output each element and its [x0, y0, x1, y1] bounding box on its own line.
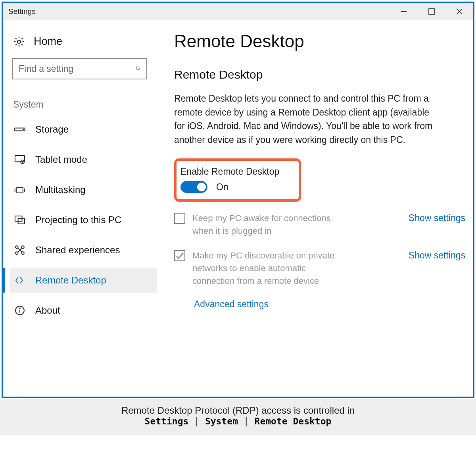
toggle-knob: [197, 183, 206, 191]
close-button[interactable]: [445, 3, 473, 20]
svg-rect-1: [429, 9, 434, 14]
gear-icon: [13, 37, 25, 46]
maximize-button[interactable]: [418, 3, 445, 20]
titlebar: Settings: [3, 3, 473, 20]
search-icon: [136, 64, 141, 73]
svg-rect-9: [15, 156, 25, 162]
sidebar-item-shared-experiences[interactable]: Shared experiences: [10, 238, 157, 262]
sidebar-section-label: System: [10, 99, 157, 117]
caption-bar: Remote Desktop Protocol (RDP) access is …: [0, 399, 476, 435]
close-icon: [455, 8, 463, 15]
main-content: Remote Desktop Remote Desktop Remote Des…: [157, 20, 473, 397]
projecting-icon: [14, 215, 26, 225]
maximize-icon: [428, 8, 435, 15]
tablet-icon: [14, 155, 26, 164]
minimize-icon: [400, 8, 408, 15]
discoverable-checkbox[interactable]: [174, 250, 185, 261]
keep-awake-checkbox[interactable]: [174, 213, 185, 224]
sidebar-item-label: Multitasking: [35, 184, 86, 195]
crumb-remote-desktop: Remote Desktop: [255, 416, 332, 426]
toggle-state-text: On: [216, 182, 228, 193]
sidebar-item-label: Tablet mode: [35, 154, 87, 165]
home-label: Home: [34, 35, 62, 48]
sidebar-item-label: Remote Desktop: [35, 275, 106, 286]
shared-experiences-icon: [14, 245, 26, 255]
crumb-sep: |: [188, 416, 205, 426]
svg-rect-12: [17, 187, 23, 193]
sidebar-item-label: Projecting to this PC: [35, 214, 121, 226]
window-title: Settings: [8, 7, 36, 16]
enable-remote-desktop-toggle[interactable]: [180, 181, 207, 193]
show-settings-link-1[interactable]: Show settings: [409, 212, 465, 224]
crumb-settings: Settings: [145, 416, 189, 426]
svg-point-5: [136, 67, 140, 70]
search-input-container[interactable]: [12, 58, 147, 79]
option-text: Keep my PC awake for connections when it…: [192, 212, 339, 237]
checkmark-icon: [175, 251, 184, 260]
crumb-sep: |: [238, 416, 255, 426]
sidebar-item-storage[interactable]: Storage: [10, 117, 157, 142]
description-text: Remote Desktop lets you connect to and c…: [174, 92, 436, 146]
sidebar: Home System Storage Tablet mode Multitas…: [3, 20, 157, 397]
info-icon: [14, 306, 26, 315]
svg-point-25: [19, 308, 20, 309]
window-controls: [390, 3, 473, 20]
svg-point-4: [17, 40, 21, 43]
sidebar-item-tablet-mode[interactable]: Tablet mode: [10, 147, 157, 172]
svg-point-8: [23, 129, 24, 130]
option-text: Make my PC discoverable on private netwo…: [192, 249, 339, 287]
sidebar-item-about[interactable]: About: [10, 298, 157, 323]
sidebar-item-remote-desktop[interactable]: Remote Desktop: [10, 268, 157, 293]
sidebar-item-label: Shared experiences: [35, 245, 120, 256]
remote-desktop-icon: [14, 276, 26, 285]
storage-icon: [14, 125, 26, 134]
toggle-label: Enable Remote Desktop: [180, 166, 295, 177]
section-heading: Remote Desktop: [174, 68, 465, 81]
crumb-system: System: [205, 416, 238, 426]
advanced-settings-link[interactable]: Advanced settings: [174, 299, 465, 310]
option-discoverable: Make my PC discoverable on private netwo…: [174, 249, 465, 287]
sidebar-item-multitasking[interactable]: Multitasking: [10, 177, 157, 202]
enable-remote-desktop-highlight: Enable Remote Desktop On: [174, 158, 301, 202]
home-link[interactable]: Home: [10, 35, 157, 58]
sidebar-item-projecting[interactable]: Projecting to this PC: [10, 208, 157, 232]
caption-breadcrumb: Settings | System | Remote Desktop: [0, 416, 476, 426]
show-settings-link-2[interactable]: Show settings: [409, 249, 465, 261]
sidebar-item-label: Storage: [35, 124, 69, 135]
option-keep-awake: Keep my PC awake for connections when it…: [174, 212, 465, 237]
svg-line-6: [139, 69, 140, 71]
page-title: Remote Desktop: [174, 31, 465, 51]
caption-line-1: Remote Desktop Protocol (RDP) access is …: [0, 405, 476, 416]
search-input[interactable]: [19, 64, 136, 74]
sidebar-item-label: About: [35, 305, 60, 316]
multitasking-icon: [14, 185, 26, 195]
minimize-button[interactable]: [390, 3, 418, 20]
